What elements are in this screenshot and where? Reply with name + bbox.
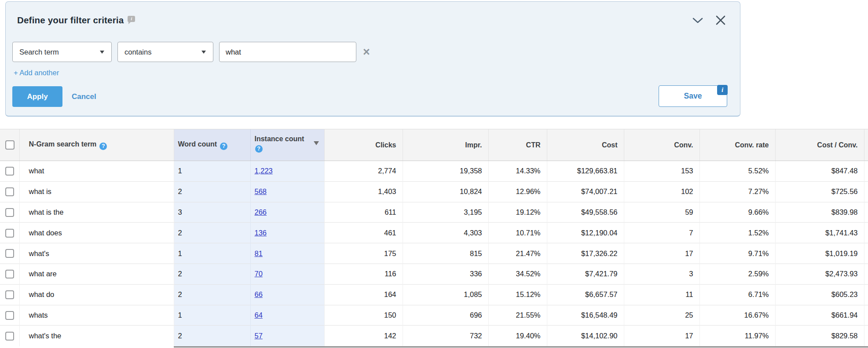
column-header-ngram-term[interactable]: N-Gram search term? — [19, 129, 174, 161]
instance-count-cell: 568 — [250, 181, 324, 202]
close-icon[interactable] — [716, 15, 725, 25]
conversions-cell: 102 — [624, 181, 700, 202]
ngram-term-cell: what's the — [19, 326, 174, 346]
checkbox-cell — [0, 326, 19, 346]
ctr-cell: 34.52% — [488, 264, 547, 284]
table-header-row: N-Gram search term? Word count? Instance… — [0, 129, 868, 161]
row-checkbox[interactable] — [5, 311, 14, 320]
instance-count-cell: 64 — [250, 305, 324, 326]
table-row: what's 1 81 175 815 21.47% $17,326.22 17… — [0, 243, 868, 264]
word-count-cell: 3 — [174, 202, 250, 223]
word-count-cell: 1 — [174, 243, 250, 264]
word-count-cell: 2 — [174, 284, 250, 305]
conv-rate-cell: 11.97% — [700, 326, 775, 346]
spacer-cell — [864, 264, 868, 284]
clicks-cell: 142 — [324, 326, 403, 346]
column-header-impressions[interactable]: Impr. — [403, 129, 488, 161]
horizontal-scrollbar[interactable] — [174, 346, 868, 348]
filter-panel: Define your filter criteriai Search term… — [5, 1, 740, 117]
filter-value-input[interactable] — [219, 42, 356, 62]
help-icon[interactable]: ? — [255, 145, 263, 153]
row-checkbox[interactable] — [5, 270, 14, 278]
instance-count-link[interactable]: 1,223 — [255, 167, 273, 175]
select-all-header — [0, 129, 19, 161]
word-count-cell: 2 — [174, 326, 250, 346]
apply-button[interactable]: Apply — [12, 86, 62, 107]
instance-count-link[interactable]: 66 — [255, 290, 263, 298]
column-header-cost-per-conv[interactable]: Cost / Conv. — [775, 129, 864, 161]
instance-count-cell: 81 — [250, 243, 324, 264]
instance-count-cell: 266 — [250, 202, 324, 223]
table-row: what does 2 136 461 4,303 10.71% $12,190… — [0, 223, 868, 243]
column-header-word-count[interactable]: Word count? — [174, 129, 250, 161]
ngram-term-cell: what — [19, 161, 174, 182]
collapse-chevron-icon[interactable] — [692, 18, 703, 24]
operator-select[interactable]: contains — [117, 42, 213, 62]
dropdown-caret-icon — [201, 51, 206, 54]
field-select[interactable]: Search term — [12, 42, 112, 62]
table-row: what 1 1,223 2,774 19,358 14.33% $129,66… — [0, 161, 868, 182]
clicks-cell: 1,403 — [324, 181, 403, 202]
column-header-ctr[interactable]: CTR — [488, 129, 547, 161]
ngram-term-cell: what is the — [19, 202, 174, 223]
row-checkbox[interactable] — [5, 208, 14, 217]
spacer-cell — [864, 243, 868, 264]
impressions-cell: 815 — [403, 243, 488, 264]
table-row: what is the 3 266 611 3,195 19.12% $49,5… — [0, 202, 868, 223]
cost-cell: $14,102.90 — [547, 326, 624, 346]
table-row: whats 1 64 150 696 21.55% $16,548.49 25 … — [0, 305, 868, 326]
impressions-cell: 336 — [403, 264, 488, 284]
instance-count-link[interactable]: 64 — [255, 311, 263, 319]
row-checkbox[interactable] — [5, 290, 14, 299]
table-row: what's the 2 57 142 732 19.40% $14,102.9… — [0, 326, 868, 346]
ctr-cell: 21.47% — [488, 243, 547, 264]
ngram-term-cell: whats — [19, 305, 174, 326]
ngram-term-cell: what does — [19, 223, 174, 243]
instance-count-link[interactable]: 568 — [255, 187, 267, 195]
spacer-cell — [864, 305, 868, 326]
row-checkbox[interactable] — [5, 229, 14, 238]
select-all-checkbox[interactable] — [5, 140, 15, 150]
clicks-cell: 150 — [324, 305, 403, 326]
row-checkbox[interactable] — [5, 167, 14, 176]
instance-count-link[interactable]: 70 — [255, 270, 263, 278]
checkbox-cell — [0, 264, 19, 284]
help-icon[interactable]: ? — [220, 143, 227, 150]
cancel-button[interactable]: Cancel — [72, 86, 96, 107]
cost-cell: $74,007.21 — [547, 181, 624, 202]
info-bubble-icon[interactable]: i — [128, 16, 135, 22]
word-count-cell: 1 — [174, 305, 250, 326]
conv-rate-cell: 9.66% — [700, 202, 775, 223]
save-info-icon[interactable]: i — [717, 85, 728, 95]
instance-count-link[interactable]: 136 — [255, 229, 267, 237]
impressions-cell: 19,358 — [403, 161, 488, 182]
ctr-cell: 19.12% — [488, 202, 547, 223]
column-header-cost[interactable]: Cost — [547, 129, 624, 161]
cost-per-conv-cell: $1,019.19 — [775, 243, 864, 264]
instance-count-link[interactable]: 57 — [255, 332, 263, 340]
clicks-cell: 611 — [324, 202, 403, 223]
impressions-cell: 10,824 — [403, 181, 488, 202]
cost-cell: $17,326.22 — [547, 243, 624, 264]
column-header-conv-rate[interactable]: Conv. rate — [700, 129, 775, 161]
clear-filter-icon[interactable]: × — [363, 42, 370, 62]
column-header-clicks[interactable]: Clicks — [324, 129, 403, 161]
row-checkbox[interactable] — [5, 249, 14, 258]
row-checkbox[interactable] — [5, 187, 14, 196]
impressions-cell: 1,085 — [403, 284, 488, 305]
add-another-link[interactable]: + Add another — [14, 69, 59, 77]
instance-count-link[interactable]: 81 — [255, 249, 263, 257]
field-select-value: Search term — [19, 48, 59, 56]
ctr-cell: 14.33% — [488, 161, 547, 182]
cost-cell: $12,190.04 — [547, 223, 624, 243]
help-icon[interactable]: ? — [99, 143, 107, 150]
cost-cell: $6,657.57 — [547, 284, 624, 305]
row-checkbox[interactable] — [5, 332, 14, 341]
conversions-cell: 7 — [624, 223, 700, 243]
instance-count-link[interactable]: 266 — [255, 208, 267, 216]
column-header-conversions[interactable]: Conv. — [624, 129, 700, 161]
column-header-instance-count[interactable]: Instance count ? — [250, 129, 324, 161]
cost-cell: $49,558.56 — [547, 202, 624, 223]
instance-count-cell: 136 — [250, 223, 324, 243]
instance-count-cell: 1,223 — [250, 161, 324, 182]
